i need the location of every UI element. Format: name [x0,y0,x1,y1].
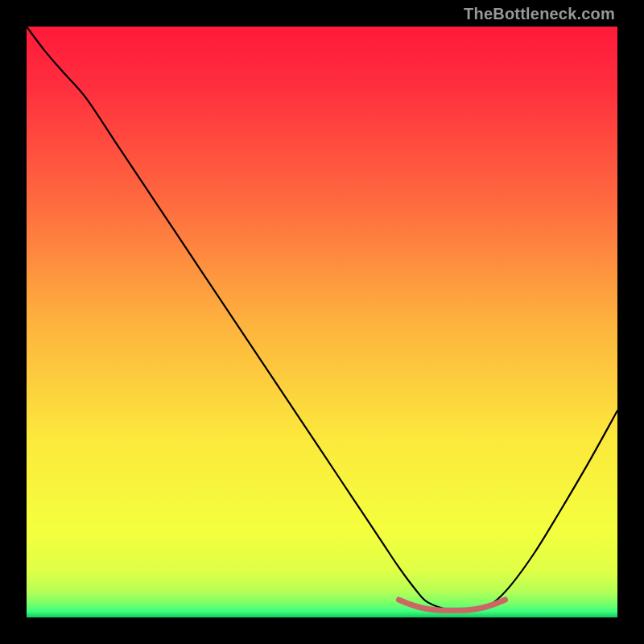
svg-rect-0 [27,27,617,617]
gradient-background [27,27,617,617]
chart-frame [27,27,617,617]
watermark-text: TheBottleneck.com [464,5,615,23]
